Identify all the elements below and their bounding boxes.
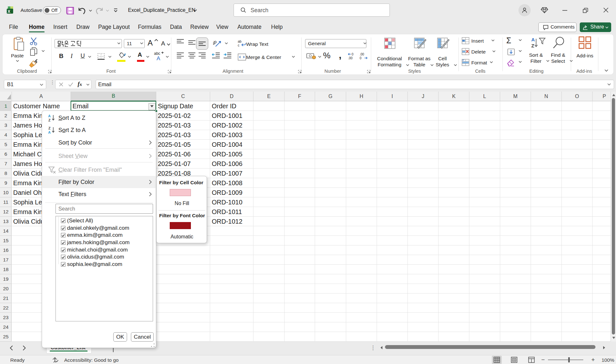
svg-text:A: A	[157, 55, 160, 61]
svg-text:X: X	[8, 9, 11, 14]
svg-text:A: A	[48, 114, 51, 118]
svg-text:.00: .00	[360, 53, 364, 56]
svg-text:Z: Z	[531, 43, 534, 48]
svg-text:A: A	[48, 130, 51, 134]
svg-text:Z: Z	[48, 126, 51, 130]
svg-text:A: A	[161, 40, 165, 47]
svg-text:0: 0	[352, 53, 354, 56]
svg-text:A: A	[148, 38, 153, 47]
svg-text:Z: Z	[48, 118, 51, 122]
svg-text:.00: .00	[348, 56, 353, 60]
svg-text:A: A	[531, 37, 535, 42]
svg-text:abc: abc	[154, 51, 160, 56]
svg-text:c: c	[238, 43, 239, 47]
svg-text:ab: ab	[238, 40, 242, 43]
svg-text:0: 0	[360, 56, 362, 60]
